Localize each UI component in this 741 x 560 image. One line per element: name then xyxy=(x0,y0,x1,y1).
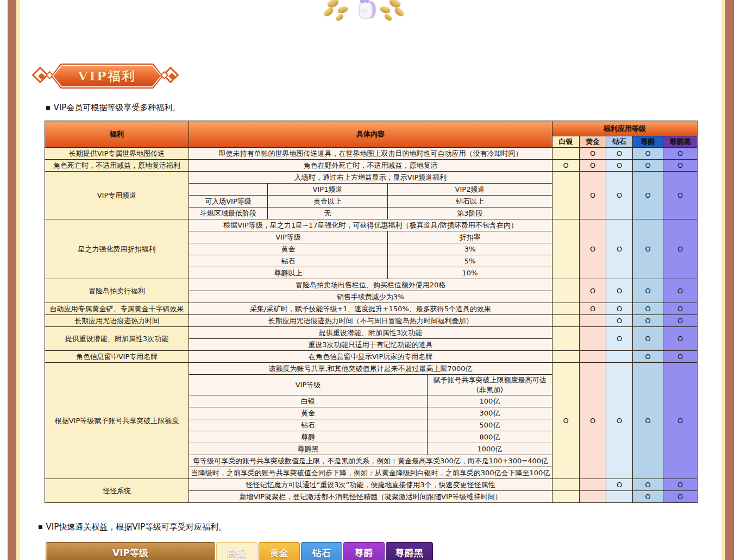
page-frame-left-brown xyxy=(8,0,16,560)
col-header-levels-title: 福利应用等级 xyxy=(552,121,698,136)
content-cell: 入场时，通过右上方增益显示，显示VIP频道福利 xyxy=(189,172,552,184)
row-nameplate: 角色信息窗中VIP专用名牌 在角色信息窗中显示VIP玩家的专用名牌 O O xyxy=(45,351,698,363)
tier-mark-cell: O xyxy=(552,363,580,479)
benefit-label-cell: VIP专用频道 xyxy=(45,172,189,219)
col-header-benefit: 福利 xyxy=(45,121,189,148)
content-cell: 该额度为账号共享,和其他突破值累计起来不超过最高上限7000亿 xyxy=(189,363,552,375)
tier-mark-cell: O xyxy=(580,363,606,479)
content-cell: 尊爵黑 xyxy=(189,443,428,455)
content-cell: 黄金 xyxy=(189,243,388,255)
tier-mark-cell xyxy=(552,351,580,363)
tier-mark-cell: O xyxy=(633,160,663,172)
tier-mark-cell: O xyxy=(606,363,633,479)
tier-mark-cell: O xyxy=(633,363,663,479)
content-cell: 黄金以上 xyxy=(268,196,388,207)
content-cell: 5% xyxy=(388,255,552,267)
tier-mark-cell: O xyxy=(663,303,698,315)
content-cell: 1000亿 xyxy=(428,443,552,455)
row-star-force: 星之力强化费用折扣福利 根据VIP等级，星之力1星~17星强化时，可获得优惠福利… xyxy=(45,219,698,231)
tier-mark-cell: O xyxy=(606,327,633,351)
tier-mark-cell: O xyxy=(663,363,698,479)
content-cell: 第3阶段 xyxy=(388,207,552,219)
content-cell: 怪怪记忆魔方可以通过“重设3次”功能，便捷地直接使用3个，快速变更怪怪属性 xyxy=(189,479,552,491)
content-cell: 300亿 xyxy=(428,407,552,419)
tier-header-noble: 尊爵 xyxy=(633,136,663,148)
tier-mark-cell: O xyxy=(663,160,698,172)
vip-quick-pass-table: VIP等级 白银 黄金 钻石 尊爵 尊爵黑 xyxy=(46,542,433,560)
tier-mark-cell xyxy=(552,303,580,315)
tier-mark-cell: O xyxy=(633,148,663,160)
benefit-label-cell: 提供重设潜能、附加属性3次功能 xyxy=(45,327,189,351)
tier-mark-cell: O xyxy=(663,279,698,303)
tier-mark-cell xyxy=(606,491,633,503)
benefit-label-cell: 长期提供VIP专属世界地图传送 xyxy=(45,148,189,160)
content-cell: 黄金 xyxy=(189,407,428,419)
content-cell: 即使未持有单独的世界地图传送道具，在世界地图上双击目的地时也可自动应用（没有冷却… xyxy=(189,148,552,160)
tier-mark-cell xyxy=(580,351,606,363)
tier-mark-cell xyxy=(580,491,606,503)
content-cell: 白银 xyxy=(189,395,428,407)
banner-diamond-ornament-left xyxy=(32,68,52,84)
tier-mark-cell xyxy=(552,148,580,160)
content-cell: 800亿 xyxy=(428,431,552,443)
tier-header-noble-black: 尊爵黑 xyxy=(663,136,698,148)
content-cell: 销售手续费减少为3% xyxy=(189,291,552,303)
tier-header-gold: 黄金 xyxy=(580,136,606,148)
content-cell: 根据VIP等级，星之力1星~17星强化时，可获得优惠福利（极真道具/防损坏费用不… xyxy=(189,219,552,231)
row-reset-potential: 提供重设潜能、附加属性3次功能 提供重设潜能、附加属性3次功能 O O O xyxy=(45,327,698,339)
benefit-label-cell: 角色死亡时，不适用减益，原地复活福利 xyxy=(45,160,189,172)
tier-mark-cell: O xyxy=(633,327,663,351)
share-cap-header-line1: 赋予账号共享突破上限额度最高可达 xyxy=(429,375,550,385)
content-cell: 在角色信息窗中显示VIP玩家的专用名牌 xyxy=(189,351,552,363)
tier-mark-cell: O xyxy=(663,219,698,279)
benefit-label-cell: 怪怪系统 xyxy=(45,479,189,503)
row-world-map: 长期提供VIP专属世界地图传送 即使未持有单独的世界地图传送道具，在世界地图上双… xyxy=(45,148,698,160)
tier-mark-cell: O xyxy=(633,303,663,315)
tier-header-silver: 白银 xyxy=(552,136,580,148)
tier-mark-cell: O xyxy=(633,315,663,327)
tier-mark-cell: O xyxy=(580,172,606,219)
page-frame-left-cream xyxy=(16,0,20,560)
content-cell: 100亿 xyxy=(428,395,552,407)
banner-diamond-ornament-right xyxy=(162,68,183,84)
row-auction: 冒险岛拍卖行福利 冒险岛拍卖场出售栏位、购买栏位额外使用20格 O O O O xyxy=(45,279,698,291)
content-cell: VIP等级 xyxy=(189,231,388,243)
tier-mark-cell xyxy=(552,279,580,303)
tier-mark-cell xyxy=(552,491,580,503)
tier-mark-cell xyxy=(606,351,633,363)
tier-mark-cell xyxy=(552,327,580,351)
tier-mark-cell: O xyxy=(663,351,698,363)
benefit-label-cell: 冒险岛拍卖行福利 xyxy=(45,279,189,303)
content-cell: 钻石 xyxy=(189,255,388,267)
tier-mark-cell: O xyxy=(633,279,663,303)
tier-mark-cell: O xyxy=(606,160,633,172)
tier-mark-cell: O xyxy=(580,279,606,303)
gold-swirls-left xyxy=(322,0,349,22)
benefit-label-cell: 星之力强化费用折扣福利 xyxy=(45,219,189,279)
tier-mark-cell: O xyxy=(606,303,633,315)
benefit-label-cell: 角色信息窗中VIP专用名牌 xyxy=(45,351,189,363)
tier-mark-cell: O xyxy=(663,172,698,219)
col-header-content: 具体内容 xyxy=(189,121,552,148)
tier-mark-cell: O xyxy=(663,491,698,503)
quick-tier-noble: 尊爵 xyxy=(343,542,385,560)
benefit-label-cell: 自动应用专属黄金铲、专属黄金十字镐效果 xyxy=(45,303,189,315)
tier-mark-cell: O xyxy=(633,491,663,503)
quick-tier-silver: 白银 xyxy=(216,542,258,560)
tier-mark-cell: O xyxy=(580,148,606,160)
tier-mark-cell: O xyxy=(663,479,698,491)
row-channel: VIP专用频道 入场时，通过右上方增益显示，显示VIP频道福利 O O O O xyxy=(45,172,698,184)
tier-mark-cell: O xyxy=(606,279,633,303)
quick-header-vip-level: VIP等级 xyxy=(46,542,215,560)
tier-mark-cell: O xyxy=(606,172,633,219)
content-cell: 钻石 xyxy=(189,419,428,431)
banner-plate: VIP福利 xyxy=(51,64,163,89)
tier-mark-cell xyxy=(580,327,606,351)
row-death: 角色死亡时，不适用减益，原地复活福利 角色在野外死亡时，不适用减益，原地复活 O… xyxy=(45,160,698,172)
content-cell: 赋予账号共享突破上限额度最高可达 (非累加) xyxy=(428,375,552,395)
tier-mark-cell xyxy=(580,479,606,491)
tier-mark-cell: O xyxy=(580,219,606,279)
mascot-art xyxy=(312,0,416,21)
tier-mark-cell: O xyxy=(606,219,633,279)
content-cell: 3% xyxy=(388,243,552,255)
